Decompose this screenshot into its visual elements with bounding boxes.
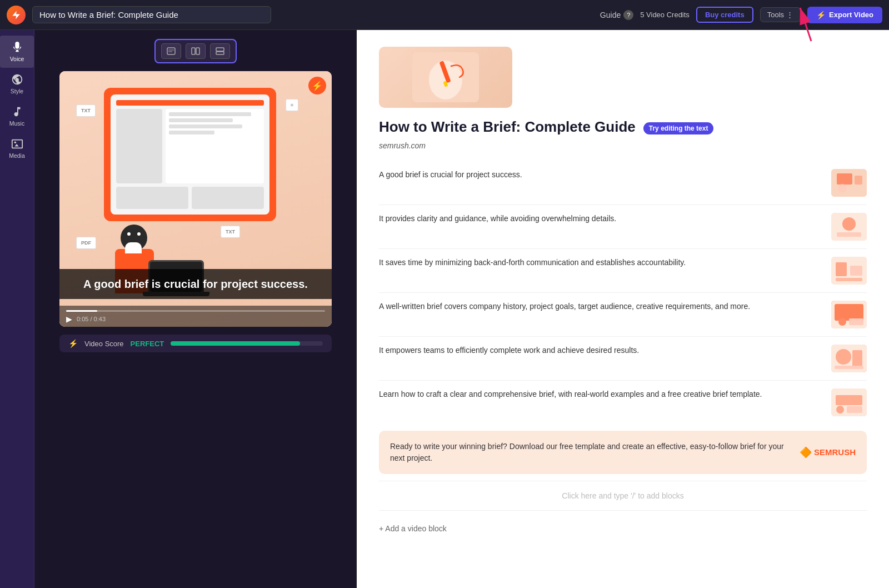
article-title[interactable]: How to Write a Brief: Complete Guide: [379, 118, 636, 137]
svg-marker-0: [12, 11, 20, 19]
svg-rect-28: [835, 304, 863, 321]
svg-point-32: [836, 349, 851, 365]
tools-label: Tools: [767, 11, 784, 19]
scene-btn-2[interactable]: [186, 43, 206, 59]
video-controls[interactable]: ▶ 0:05 / 0:43: [59, 306, 332, 327]
thumb-inner-1: [831, 213, 867, 241]
monitor-inner: [111, 94, 269, 215]
guide-button[interactable]: Guide ?: [600, 10, 633, 20]
svg-rect-34: [835, 366, 863, 369]
right-panel: How to Write a Brief: Complete Guide Try…: [357, 30, 889, 588]
sidebar-item-style[interactable]: Style: [0, 68, 34, 100]
article-source: semrush.com: [379, 141, 867, 150]
svg-rect-38: [847, 406, 862, 413]
app-logo[interactable]: [7, 6, 26, 24]
project-title-input[interactable]: [32, 6, 271, 23]
slide-text-2: It saves time by minimizing back-and-for…: [379, 257, 822, 268]
svg-point-2: [14, 141, 16, 143]
scene-btn-3[interactable]: [210, 43, 230, 59]
slide-thumb-3[interactable]: [831, 301, 867, 328]
thumb-inner-2: [831, 257, 867, 285]
play-button[interactable]: ▶: [66, 315, 72, 323]
svg-rect-25: [850, 266, 862, 276]
editor-area: TXT PDF ≡ TXT ⚡ A good brief i: [34, 30, 357, 588]
svg-rect-18: [855, 176, 862, 185]
buy-credits-button[interactable]: Buy credits: [696, 7, 753, 23]
sidebar-music-label: Music: [9, 120, 24, 127]
doc-small: TXT: [221, 226, 240, 238]
export-button[interactable]: ⚡ Export Video: [807, 7, 882, 23]
slide-thumb-2[interactable]: [831, 257, 867, 285]
tools-dots-icon: ⋮: [786, 11, 793, 19]
slide-row-2[interactable]: It saves time by minimizing back-and-for…: [379, 249, 867, 293]
export-label: Export Video: [829, 11, 873, 19]
video-preview: TXT PDF ≡ TXT ⚡ A good brief i: [59, 71, 332, 327]
video-caption: A good brief is crucial for project succ…: [59, 269, 332, 299]
score-label: Video Score: [84, 340, 124, 348]
slide-row-1[interactable]: It provides clarity and guidance, while …: [379, 205, 867, 249]
slide-thumb-1[interactable]: [831, 213, 867, 241]
article-title-row: How to Write a Brief: Complete Guide Try…: [379, 118, 867, 139]
doc-right: ≡: [286, 99, 298, 111]
sidebar-item-media[interactable]: Media: [0, 132, 34, 165]
svg-point-37: [836, 406, 844, 413]
header: Guide ? 5 Video Credits Buy credits Tool…: [0, 0, 889, 30]
slide-thumb-5[interactable]: [831, 388, 867, 416]
video-background: TXT PDF ≡ TXT ⚡ A good brief i: [59, 71, 332, 327]
thumb-inner-0: [831, 169, 867, 197]
add-block-area[interactable]: Click here and type '/' to add blocks: [379, 481, 867, 505]
slide-row-5[interactable]: Learn how to craft a clear and comprehen…: [379, 381, 867, 424]
slide-text-5: Learn how to craft a clear and comprehen…: [379, 388, 822, 400]
slide-text-0: A good brief is crucial for project succ…: [379, 169, 822, 181]
thumb-inner-5: [831, 388, 867, 416]
score-progress-fill: [171, 341, 300, 346]
slide-row-4[interactable]: It empowers teams to efficiently complet…: [379, 337, 867, 381]
svg-point-19: [838, 184, 847, 193]
score-value: PERFECT: [131, 340, 164, 348]
svg-point-29: [838, 318, 846, 326]
score-progress-bg: [171, 341, 323, 346]
try-editing-tooltip[interactable]: Try editing the text: [643, 122, 714, 134]
progress-bar-bg[interactable]: [66, 310, 325, 312]
sidebar-item-music[interactable]: Music: [0, 100, 34, 132]
svg-rect-26: [836, 278, 862, 281]
cta-block[interactable]: Ready to write your winning brief? Downl…: [379, 431, 867, 474]
progress-controls: ▶ 0:05 / 0:43: [66, 315, 325, 323]
svg-rect-3: [167, 48, 175, 54]
cta-text: Ready to write your winning brief? Downl…: [390, 441, 791, 464]
svg-rect-36: [836, 395, 862, 405]
svg-rect-7: [216, 52, 224, 54]
svg-rect-22: [837, 232, 861, 237]
sidebar-item-voice[interactable]: Voice: [0, 36, 34, 68]
sidebar-media-label: Media: [9, 152, 25, 159]
guide-label: Guide: [600, 11, 621, 19]
thumb-inner-4: [831, 345, 867, 372]
article-thumbnail: [379, 47, 512, 108]
video-brand-icon: ⚡: [308, 77, 326, 94]
svg-rect-6: [216, 48, 224, 51]
guide-help-icon[interactable]: ?: [623, 10, 633, 20]
scene-selector[interactable]: [154, 39, 237, 63]
doc-pdf: PDF: [76, 237, 96, 249]
progress-bar-fill: [66, 310, 97, 312]
svg-rect-33: [852, 350, 862, 367]
credits-display: 5 Video Credits: [640, 11, 690, 19]
bolt-icon: ⚡: [816, 11, 826, 19]
slide-row-0[interactable]: A good brief is crucial for project succ…: [379, 161, 867, 205]
add-video-block-button[interactable]: + Add a video block: [379, 516, 867, 541]
scene-btn-1[interactable]: [161, 43, 181, 59]
slide-row-3[interactable]: A well-written brief covers company hist…: [379, 293, 867, 337]
sidebar: Voice Style Music Media: [0, 30, 34, 588]
slide-thumb-4[interactable]: [831, 345, 867, 372]
tools-button[interactable]: Tools ⋮: [760, 7, 801, 22]
svg-rect-5: [196, 48, 199, 54]
divider: [379, 510, 867, 511]
svg-rect-30: [849, 318, 863, 325]
time-display: 0:05 / 0:43: [77, 316, 106, 322]
cta-logo: 🔶 SEMRUSH: [800, 446, 856, 459]
svg-rect-24: [836, 262, 847, 276]
svg-rect-17: [837, 173, 852, 185]
slide-thumb-0[interactable]: [831, 169, 867, 197]
slide-text-1: It provides clarity and guidance, while …: [379, 213, 822, 225]
semrush-logo-icon: 🔶: [800, 446, 812, 459]
